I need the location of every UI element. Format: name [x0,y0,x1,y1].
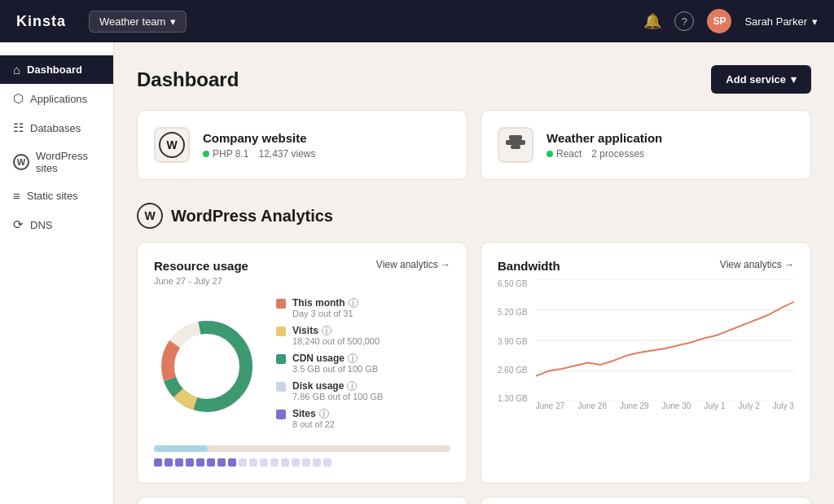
sidebar-label-wordpress: WordPress sites [36,150,100,174]
user-chevron: ▾ [812,15,818,28]
resource-legend: This month i Day 3 out of 31 Visits [276,297,450,436]
sidebar-label-databases: Databases [30,122,81,134]
legend-label-disk: Disk usage i [292,380,383,392]
legend-dot-sites [276,410,286,419]
progress-bar-fill [154,445,208,452]
help-icon[interactable]: ? [674,11,694,31]
legend-sub-cdn: 3.5 GB out of 100 GB [292,364,378,374]
resource-usage-card: Resource usage View analytics → June 27 … [137,242,467,484]
sidebar-label-applications: Applications [30,93,87,105]
service-card-company-website[interactable]: W Company website PHP 8.1 12,437 views [137,110,467,180]
applications-icon: ⬡ [13,91,24,106]
service-card-weather-app[interactable]: Weather application React 2 processes [481,110,811,180]
add-service-button[interactable]: Add service ▾ [711,65,811,94]
weather-app-name: Weather application [546,131,662,145]
page-title: Dashboard [137,68,239,91]
sidebar-item-applications[interactable]: ⬡ Applications [0,84,113,113]
cdn-card: CDN usage View analytics → 4.00 GB 3.20 … [481,497,811,504]
bandwidth-chart-container: June 27 June 28 June 29 June 30 July 1 J… [536,279,794,418]
company-website-meta: PHP 8.1 12,437 views [203,148,316,160]
static-icon: ≡ [13,189,20,203]
app-layout: ⌂ Dashboard ⬡ Applications ☷ Databases W… [0,42,834,504]
resource-usage-date: June 27 - July 27 [154,276,450,286]
svg-point-7 [178,338,235,395]
company-website-icon: W [154,127,190,163]
info-icon-sites: i [319,409,329,419]
weather-app-meta: React 2 processes [546,148,662,160]
company-status-dot [203,151,209,157]
bandwidth-y-axis: 6.50 GB 5.20 GB 3.90 GB 2.60 GB 1.30 GB [498,279,533,418]
user-menu[interactable]: Sarah Parker ▾ [744,15,818,28]
sidebar-item-dns[interactable]: ⟳ DNS [0,210,113,239]
sidebar-item-static[interactable]: ≡ Static sites [0,182,113,210]
legend-dot-this-month [276,299,286,309]
legend-this-month: This month i Day 3 out of 31 [276,297,450,318]
sidebar-item-dashboard[interactable]: ⌂ Dashboard [0,55,113,84]
add-service-label: Add service [726,73,786,85]
info-icon-visits: i [322,326,331,335]
svg-rect-2 [511,145,520,149]
wordpress-icon: W [13,154,29,170]
company-website-info: Company website PHP 8.1 12,437 views [203,131,316,160]
donut-chart [154,313,260,419]
weather-app-icon [498,127,533,163]
progress-dot [217,458,226,467]
add-service-chevron: ▾ [791,73,797,85]
progress-dot [154,458,162,467]
resource-usage-view-analytics[interactable]: View analytics → [376,259,450,270]
weather-status: React [556,148,582,160]
bandwidth-card: Bandwidth View analytics → 6.50 GB 5.20 … [481,242,811,484]
legend-sub-disk: 7.86 GB out of 100 GB [292,392,383,401]
company-status: PHP 8.1 [213,148,248,160]
sidebar-item-wordpress[interactable]: W WordPress sites [0,142,113,182]
topnav: Kinsta Weather team ▾ 🔔 ? SP Sarah Parke… [0,0,834,42]
bandwidth-header: Bandwidth View analytics → [498,259,794,273]
avatar: SP [707,9,731,33]
sidebar-item-databases[interactable]: ☷ Databases [0,113,113,142]
weather-app-info: Weather application React 2 processes [546,131,662,160]
company-views: 12,437 views [258,148,315,160]
progress-dot [302,458,310,467]
team-chevron: ▾ [170,15,176,28]
progress-dot [228,458,236,467]
resource-usage-body: This month i Day 3 out of 31 Visits [154,297,450,436]
legend-label-sites: Sites i [292,408,335,419]
topnav-right: 🔔 ? SP Sarah Parker ▾ [643,9,818,33]
weather-status-dot [546,151,553,157]
resource-usage-title: Resource usage [154,259,248,273]
dashboard-icon: ⌂ [13,63,20,77]
progress-dot [207,458,215,467]
company-website-name: Company website [203,131,316,145]
progress-dot [239,458,247,467]
progress-dot [175,458,183,467]
progress-section [154,445,450,467]
analytics-grid: Resource usage View analytics → June 27 … [137,242,811,484]
legend-sub-this-month: Day 3 out of 31 [292,309,358,318]
info-icon-disk: i [347,381,357,391]
progress-dot [313,458,321,467]
legend-label-cdn: CDN usage i [292,353,378,364]
progress-dot [260,458,268,467]
legend-disk-usage: Disk usage i 7.86 GB out of 100 GB [276,380,450,401]
bandwidth-view-analytics[interactable]: View analytics → [720,259,794,270]
progress-dot [165,458,173,467]
progress-dot [281,458,289,467]
legend-label-visits: Visits i [292,325,380,336]
sidebar: ⌂ Dashboard ⬡ Applications ☷ Databases W… [0,42,114,504]
team-selector[interactable]: Weather team ▾ [89,11,187,33]
progress-dot [186,458,194,467]
info-icon-cdn: i [348,353,358,363]
legend-cdn-usage: CDN usage i 3.5 GB out of 100 GB [276,353,450,374]
page-header: Dashboard Add service ▾ [137,65,811,94]
bandwidth-chart-area: 6.50 GB 5.20 GB 3.90 GB 2.60 GB 1.30 GB [498,279,794,418]
team-name: Weather team [99,15,165,28]
legend-visits: Visits i 18,240 out of 500,000 [276,325,450,346]
notification-icon[interactable]: 🔔 [643,12,661,30]
visits-card: Visits View analytics → 22,500 18,000 [137,497,467,504]
progress-dot [270,458,279,467]
progress-dot [292,458,300,467]
bottom-charts: Visits View analytics → 22,500 18,000 [137,497,811,504]
bandwidth-svg [536,279,794,401]
sidebar-label-static: Static sites [27,190,78,202]
wp-analytics-icon: W [137,203,163,229]
